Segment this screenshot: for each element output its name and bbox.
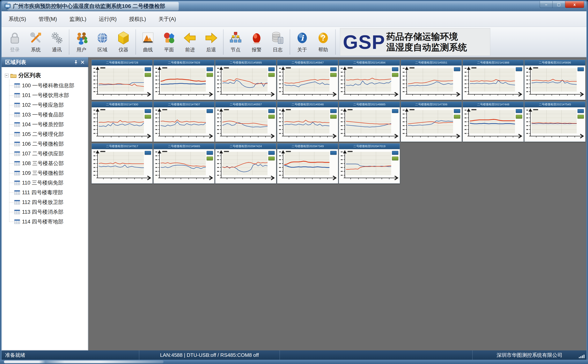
monitor-panel[interactable]: 二号楼微检部2021#7545 (524, 102, 585, 142)
help-button[interactable]: ? 帮助 (313, 28, 334, 56)
help-icon: ? (316, 31, 330, 45)
monitor-panel[interactable]: 二号楼微检部2021#8885 (339, 102, 400, 142)
monitor-panel[interactable]: 二号楼微检部2021#7917 (92, 143, 153, 183)
sidebar-area-item[interactable]: 109 三号楼微检部 (9, 168, 88, 178)
sidebar-area-item[interactable]: 102 一号楼应急部 (9, 100, 88, 110)
humidity-chip (145, 73, 151, 77)
comm-button[interactable]: 通讯 (46, 28, 67, 56)
sidebar-area-item[interactable]: 101 一号楼饮用水部 (9, 91, 88, 100)
logs-button[interactable]: 日志 (267, 28, 288, 56)
panel-title: 二号楼微检部2021#7448 (463, 102, 524, 107)
monitor-panel[interactable]: 二号楼微检部2021#7448 (463, 102, 524, 142)
monitor-panel[interactable]: 二号楼微检部2021#5665 (154, 143, 214, 183)
monitor-panel[interactable]: 二号楼微检部2020#7349 (277, 143, 338, 183)
value-chips (392, 109, 398, 113)
collapse-icon[interactable] (5, 74, 9, 77)
pin-icon[interactable] (73, 59, 79, 65)
monitor-panel[interactable]: 二号楼微检部2021#5696 (524, 60, 585, 100)
sidebar-area-item[interactable]: 107 二号楼供应部 (9, 149, 88, 158)
monitor-panel[interactable]: 二号楼微检部2021#5895 (215, 60, 276, 100)
gsp-logo-text: GSP (343, 32, 385, 52)
temperature-chip (145, 109, 151, 113)
tree-root-row[interactable]: 分区列表 (5, 70, 88, 81)
humidity-chip (392, 156, 398, 160)
value-chips (207, 67, 213, 77)
minimize-button[interactable]: – (540, 1, 553, 8)
region-button[interactable]: 区域 (92, 28, 113, 56)
system-button[interactable]: 系统 (25, 28, 46, 56)
sidebar-area-item[interactable]: 114 四号楼寄地部 (9, 217, 88, 227)
instrument-button[interactable]: 仪器 (113, 28, 134, 56)
temperature-chip (454, 109, 460, 113)
sidebar-area-item[interactable]: 111 四号楼毒理部 (9, 188, 88, 197)
plane-shapes-icon (162, 31, 176, 45)
monitor-panel[interactable]: 二号楼微检部2020#7828 (154, 60, 214, 100)
users-button[interactable]: 用户 (71, 28, 92, 56)
panel-title: 二号楼微检部2020#7019 (339, 143, 400, 149)
humidity-chip (392, 73, 398, 77)
menu-authorize[interactable]: 授权(L) (127, 14, 148, 24)
monitor-panel[interactable]: 二号楼微检部2021#7300 (92, 102, 153, 142)
close-button[interactable]: x (565, 1, 584, 8)
area-node-icon (14, 112, 20, 117)
toolbar-separator (69, 29, 69, 55)
monitor-panel[interactable]: 二号楼微检部2021#5551 (401, 60, 462, 100)
sidebar-area-item[interactable]: 106 二号楼微检部 (9, 139, 88, 149)
sidebar-area-item[interactable]: 113 四号楼消杀部 (9, 207, 88, 217)
forward-button[interactable]: 前进 (180, 28, 200, 56)
monitor-panel[interactable]: 二号楼微检部2020#7019 (339, 143, 400, 183)
back-button[interactable]: 后退 (200, 28, 221, 56)
nodes-button[interactable]: 节点 (225, 28, 246, 56)
plane-button[interactable]: 平面 (159, 28, 180, 56)
login-button[interactable]: 登录 (4, 28, 25, 56)
monitor-panel[interactable]: 二号楼微检部2021#7907 (154, 102, 214, 142)
temperature-chip (145, 151, 151, 155)
bottom-glass-highlight (4, 360, 164, 363)
panel-title: 二号楼微检部2021#1894 (339, 60, 400, 65)
monitor-panel[interactable]: 二号楼微检部2021#0947 (277, 60, 338, 100)
value-chips (145, 151, 151, 155)
area-node-icon (14, 161, 20, 166)
sidebar-area-item[interactable]: 100 一号楼科教信息部 (9, 81, 88, 91)
monitor-panel[interactable]: 二号楼微检部2021#1988 (463, 60, 524, 100)
value-chips (268, 151, 275, 160)
sidebar-area-item[interactable]: 112 四号楼放卫部 (9, 197, 88, 207)
curve-button[interactable]: 曲线 (137, 28, 159, 56)
temperature-chip (392, 109, 398, 113)
menu-system[interactable]: 系统(S) (7, 14, 28, 24)
title-bar[interactable]: 广州市疾病预防控制中心温湿度自动监测系统106 二号楼微检部 – ▢ x (1, 1, 587, 11)
monitor-panel[interactable]: 二号楼微检部2020#7424 (215, 143, 276, 183)
menu-monitor[interactable]: 监测(L) (67, 14, 88, 24)
value-chips (268, 67, 275, 77)
panel-title: 二号楼微检部2021#0557 (215, 102, 276, 107)
sidebar-area-item[interactable]: 105 二号楼理化部 (9, 129, 88, 139)
monitor-panel[interactable]: 二号楼微检部2021#0046 (277, 102, 338, 142)
monitor-panel[interactable]: 二号楼微检部2021#0557 (215, 102, 276, 142)
about-button[interactable]: i 关于 (292, 28, 313, 56)
area-node-icon (14, 132, 20, 136)
panel-chart (525, 108, 585, 141)
monitor-panel[interactable]: 二号楼微检部2021#9728 (92, 60, 153, 100)
close-panel-icon[interactable] (79, 59, 86, 65)
nodes-icon (229, 31, 243, 45)
menu-manage[interactable]: 管理(M) (37, 14, 59, 24)
humidity-chip (145, 115, 151, 119)
sidebar-area-item[interactable]: 104 一号楼质控部 (9, 120, 88, 129)
value-chips (207, 109, 213, 113)
sidebar-area-item[interactable]: 108 三号楼基公部 (9, 158, 88, 168)
monitor-panel[interactable]: 二号楼微检部2021#1894 (339, 60, 400, 100)
humidity-chip (268, 115, 275, 119)
alarm-button[interactable]: 报警 (246, 28, 267, 56)
lock-icon (8, 31, 22, 45)
sidebar-area-item[interactable]: 103 一号楼食品部 (9, 110, 88, 120)
monitor-panel[interactable]: 二号楼微检部2021#7306 (401, 102, 462, 142)
sidebar-area-item[interactable]: 110 三号楼病免部 (9, 178, 88, 188)
menu-about[interactable]: 关于(A) (157, 14, 178, 24)
maximize-button[interactable]: ▢ (553, 1, 565, 8)
temperature-chip (577, 109, 584, 113)
gsp-logo: GSP 药品存储运输环境 温湿度自动监测系统 (340, 28, 490, 56)
panel-chart (339, 108, 400, 141)
menu-run[interactable]: 运行(R) (97, 14, 118, 24)
panel-chart (339, 66, 400, 99)
sidebar-header: 区域列表 (1, 57, 88, 67)
